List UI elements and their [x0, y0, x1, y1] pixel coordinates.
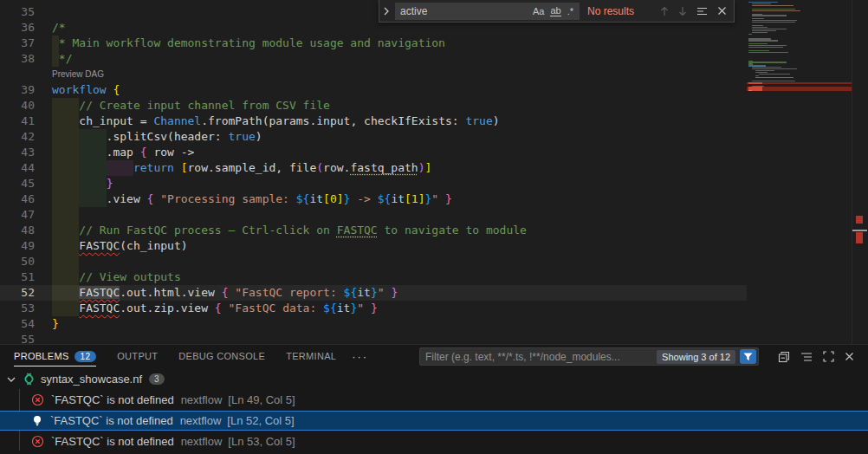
code-line[interactable]: 44 return [row.sample_id, file(row.fastq… [0, 160, 747, 176]
token: "FastQC data: [229, 302, 324, 315]
token [52, 114, 79, 127]
code-text: // View outputs [52, 269, 181, 285]
line-number: 43 [0, 145, 35, 160]
problem-row[interactable]: `FASTQC` is not definednextflow[Ln 49, C… [0, 390, 868, 410]
code-line[interactable]: 54} [0, 316, 747, 332]
panel-tab-label: TERMINAL [286, 351, 336, 361]
code-line[interactable]: 50 [0, 254, 747, 269]
code-line[interactable]: 48 // Run FastQC process – Ctrl-click on… [0, 223, 747, 238]
code-line[interactable]: 41 ch_input = Channel.fromPath(params.in… [0, 114, 747, 129]
token: } [445, 192, 452, 205]
panel-tab-label: OUTPUT [117, 351, 158, 361]
minimap-line [752, 5, 794, 6]
overview-ruler[interactable] [852, 0, 868, 344]
problem-position: [Ln 49, Col 5] [228, 393, 295, 406]
problems-filter[interactable]: Showing 3 of 12 [419, 347, 759, 366]
minimap-line [752, 3, 771, 4]
error-token: FASTQC [79, 239, 120, 252]
preview-dag-codelens[interactable]: Preview DAG [52, 69, 104, 80]
problem-position: [Ln 52, Col 5] [227, 414, 294, 427]
collapse-all-icon[interactable] [778, 351, 790, 363]
close-panel-icon[interactable] [845, 352, 854, 361]
regex-icon[interactable]: .* [567, 6, 573, 16]
file-problem-count-badge: 3 [149, 373, 165, 385]
panel-tab-output[interactable]: OUTPUT [117, 345, 158, 367]
code-line[interactable]: 40 // Create input channel from CSV file [0, 98, 747, 114]
match-case-icon[interactable]: Aa [533, 6, 544, 16]
code-line[interactable]: 53 FASTQC.out.zip.view { "FastQC data: $… [0, 301, 747, 316]
panel-tab-label: PROBLEMS [14, 351, 69, 361]
minimap-line [748, 50, 769, 51]
problems-file-row[interactable]: syntax_showcase.nf 3 [0, 369, 868, 389]
find-in-selection-icon[interactable] [696, 6, 708, 16]
error-icon [31, 393, 44, 406]
code-editor[interactable]: 3536/*37 * Main workflow demonstrating m… [0, 0, 868, 344]
error-token: FASTQC [79, 302, 120, 315]
more-actions-icon[interactable]: ··· [352, 350, 368, 363]
code-text: workflow { [52, 82, 120, 98]
maximize-panel-icon[interactable] [823, 351, 834, 362]
code-line[interactable]: 39workflow { [0, 82, 747, 98]
token [52, 208, 79, 221]
token: .out.zip.view [120, 302, 215, 315]
ruler-cursor-mark [852, 230, 867, 231]
find-query[interactable]: active [395, 5, 533, 17]
minimap-line [747, 88, 852, 90]
minimap-line [752, 30, 776, 31]
code-text: return [row.sample_id, file(row.fastq_pa… [52, 160, 431, 176]
token: ch_input = [79, 114, 153, 127]
token [222, 302, 229, 315]
whole-word-icon[interactable]: ab [550, 5, 560, 16]
close-find-icon[interactable] [717, 6, 727, 16]
token: ${ [378, 192, 392, 205]
code-line[interactable]: 49 FASTQC(ch_input) [0, 238, 747, 254]
line-number: 40 [0, 98, 35, 114]
problems-tree: syntax_showcase.nf 3 `FASTQC` is not def… [0, 368, 868, 454]
filter-input[interactable] [420, 351, 657, 363]
token: */ [52, 52, 72, 65]
code-text: */ [52, 51, 72, 67]
code-line[interactable]: 47 [0, 207, 747, 223]
code-line[interactable]: 45 } [0, 176, 747, 191]
code-line[interactable]: 42 .splitCsv(header: true) [0, 129, 747, 145]
code-text: FASTQC(ch_input) [52, 238, 188, 254]
token: it [309, 192, 323, 205]
code-line[interactable]: 37 * Main workflow demonstrating module … [0, 36, 747, 51]
line-number: 38 [0, 51, 35, 67]
code-line[interactable]: 51 // View outputs [0, 269, 747, 285]
code-line[interactable]: 38 */ [0, 51, 747, 67]
problem-row[interactable]: `FASTQC` is not definednextflow[Ln 53, C… [0, 431, 868, 451]
code-line[interactable]: 43 .map { row -> [0, 145, 747, 160]
panel-tab-problems[interactable]: PROBLEMS12 [14, 345, 96, 367]
token: * Main workflow demonstrating module usa… [52, 36, 445, 49]
minimap-line [752, 15, 787, 16]
problem-source: nextflow [180, 414, 222, 427]
token: { [222, 286, 229, 299]
panel-tab-debug-console[interactable]: DEBUG CONSOLE [178, 345, 265, 367]
code-text: * Main workflow demonstrating module usa… [52, 36, 445, 51]
code-line[interactable]: 46 .view { "Processing sample: ${it[0]} … [0, 191, 747, 207]
filter-funnel-icon[interactable] [740, 349, 756, 364]
token: true [465, 114, 492, 127]
chevron-down-icon[interactable] [7, 376, 16, 383]
minimap-line [748, 52, 788, 53]
token [52, 255, 79, 268]
ruler-error-mark [856, 216, 863, 224]
problem-row[interactable]: `FASTQC` is not definednextflow[Ln 52, C… [0, 411, 868, 431]
minimap-line [752, 9, 795, 10]
token: // Run FastQC process – Ctrl-click on [79, 224, 336, 237]
token: params.input, checkIfExists: [269, 114, 465, 127]
token: } [391, 286, 398, 299]
line-number: 50 [0, 254, 35, 269]
minimap-line [759, 74, 790, 75]
next-match-icon[interactable] [678, 6, 687, 16]
toggle-replace-chevron-icon[interactable] [379, 0, 393, 22]
minimap[interactable] [747, 0, 852, 344]
panel-tab-terminal[interactable]: TERMINAL [286, 345, 336, 367]
view-as-table-icon[interactable] [800, 352, 813, 362]
minimap-line [748, 40, 778, 41]
filter-showing-badge: Showing 3 of 12 [657, 350, 735, 364]
code-line[interactable]: 52 FASTQC.out.html.view { "FastQC report… [0, 285, 747, 301]
find-input[interactable]: active Aa ab .* [395, 3, 580, 20]
previous-match-icon[interactable] [660, 6, 669, 16]
